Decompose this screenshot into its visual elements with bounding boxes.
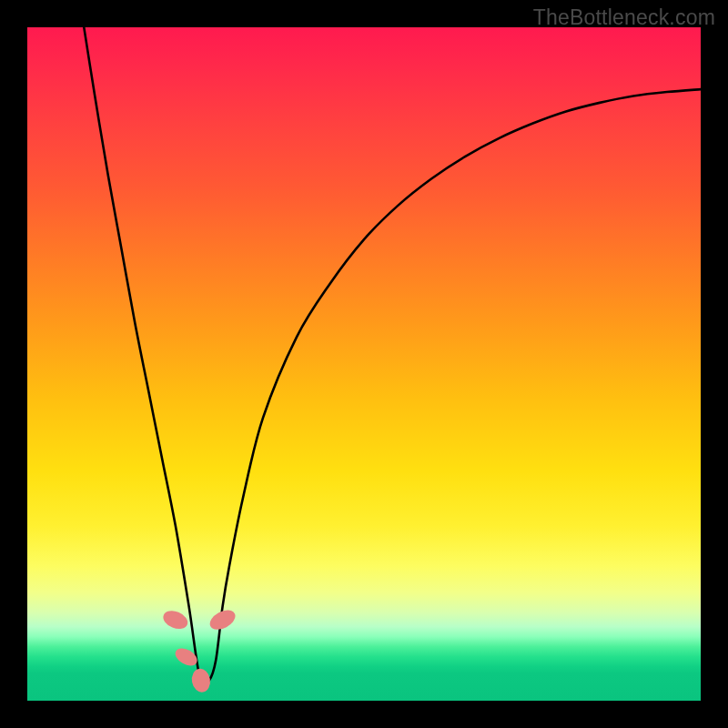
plot-area (27, 27, 701, 701)
curve-bead (190, 667, 212, 693)
bottleneck-curve (82, 27, 701, 687)
watermark-text: TheBottleneck.com (533, 5, 715, 30)
curve-beads-group (160, 606, 238, 693)
curve-svg (27, 27, 701, 701)
curve-bead (160, 608, 190, 632)
